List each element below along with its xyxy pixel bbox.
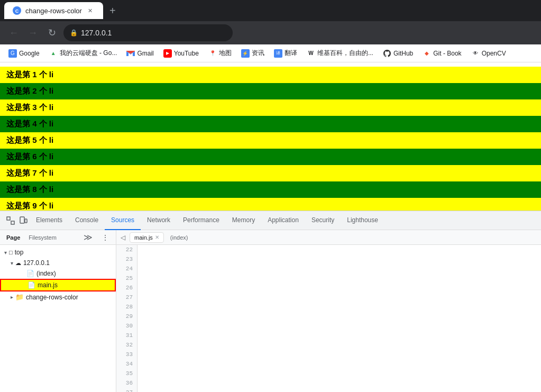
tab-security[interactable]: Security [305,211,341,230]
tab-sources[interactable]: Sources [105,211,141,230]
code-line [142,340,537,350]
devtools-panel: Elements Console Sources Network Perform… [0,211,541,392]
bookmark-gitbook[interactable]: ◆ Git - Book [418,47,465,60]
url-bar[interactable]: 🔒 127.0.0.1 [63,24,233,41]
bookmark-google[interactable]: G Google [4,47,44,60]
line-num: 35 [121,369,133,378]
tree-label-project: change-rows-color [26,294,78,301]
tab-lighthouse[interactable]: Lighthouse [341,211,384,230]
sidebar-more-button[interactable]: ≫ [84,232,93,242]
sources-sidebar: Page Filesystem ≫ ⋮ ▾ □ top ▾ ☁ 127.0.0.… [0,230,116,392]
svg-text:C: C [15,8,19,14]
code-content: n i[1]});\n// Module\n___CSS_LOADER_EXPO… [137,245,541,392]
list-item: 这是第 3 个 li [0,99,541,116]
url-text: 127.0.0.1 [81,29,112,37]
bookmark-gmail-label: Gmail [137,50,153,57]
bookmark-news[interactable]: ⚡ 资讯 [237,47,269,60]
tree-label-index: (index) [36,270,56,277]
tree-item-project[interactable]: ▸ 📁 change-rows-color [0,291,116,303]
new-tab-button[interactable]: + [105,3,120,19]
list-item: 这是第 4 个 li [0,116,541,132]
code-line [142,378,537,388]
bookmark-maps[interactable]: 📍 地图 [204,47,236,60]
nav-icon: ◁ [121,234,125,241]
bookmark-github[interactable]: GitHub [379,47,417,60]
back-button[interactable]: ← [6,25,21,40]
code-tab-index-label: (index) [170,234,188,241]
youtube-icon: ▶ [163,49,172,58]
translate-icon: 译 [274,49,282,58]
line-num: 28 [121,302,133,312]
bookmark-translate-label: 翻译 [285,49,297,58]
tab-application[interactable]: Application [261,211,305,230]
tree-item-server[interactable]: ▾ ☁ 127.0.0.1 [0,258,116,268]
tab-memory[interactable]: Memory [226,211,261,230]
file-icon: 📄 [26,270,34,277]
list-item: 这是第 9 个 li [0,198,541,211]
file-icon: 📄 [27,281,35,289]
code-tab-index[interactable]: (index) [166,233,192,242]
tab-elements[interactable]: Elements [30,211,69,230]
bookmark-wikipedia[interactable]: W 维基百科，自由的... [302,47,378,60]
refresh-button[interactable]: ↻ [44,25,59,40]
bookmark-google-label: Google [19,50,40,57]
code-line [142,293,537,302]
news-icon: ⚡ [241,49,250,58]
code-line [142,369,537,378]
forward-button[interactable]: → [25,25,40,40]
svg-rect-4 [20,217,24,223]
devtools-tab-bar: Elements Console Sources Network Perform… [0,211,541,230]
code-tab-mainjs[interactable]: main.js ✕ [130,232,164,243]
line-num: 23 [121,254,133,264]
address-bar: ← → ↻ 🔒 127.0.0.1 [0,21,541,44]
code-tab-label: main.js [134,234,153,241]
line-num: 37 [121,388,133,392]
tree-item-top[interactable]: ▾ □ top [0,247,116,258]
inspect-element-button[interactable] [4,214,17,227]
sidebar-tab-filesystem[interactable]: Filesystem [26,233,59,242]
bookmark-drive-label: 我的云端硬盘 - Go... [60,49,117,58]
code-editor-area: ◁ main.js ✕ (index) 22 23 24 25 26 27 28 [116,230,541,392]
bookmark-youtube-label: YouTube [174,50,199,57]
tab-console[interactable]: Console [69,211,105,230]
svg-rect-3 [11,221,14,224]
bookmark-drive[interactable]: ▲ 我的云端硬盘 - Go... [45,47,122,60]
active-tab[interactable]: C change-rows-color ✕ [4,2,103,19]
line-num: 25 [121,274,133,283]
line-num: 30 [121,321,133,331]
device-toolbar-button[interactable] [17,214,30,227]
line-num: 33 [121,350,133,359]
titlebar: C change-rows-color ✕ + [0,0,541,21]
code-line [142,359,537,369]
list-item: 这是第 6 个 li [0,149,541,165]
line-num: 34 [121,359,133,369]
tree-item-mainjs[interactable]: 📄 main.js [0,279,116,291]
sidebar-tab-page[interactable]: Page [4,233,22,242]
code-line [142,283,537,293]
sources-panel: Page Filesystem ≫ ⋮ ▾ □ top ▾ ☁ 127.0.0.… [0,230,541,392]
tab-network[interactable]: Network [141,211,177,230]
code-line [142,264,537,274]
gmail-icon [126,49,135,58]
code-tab-close[interactable]: ✕ [155,234,159,240]
sidebar-menu-button[interactable]: ⋮ [99,231,112,244]
tab-close-button[interactable]: ✕ [86,6,95,15]
code-line [142,312,537,321]
tab-title: change-rows-color [25,7,82,15]
bookmark-opencv[interactable]: 👁 OpenCV [467,47,510,60]
list-item: 这是第 7 个 li [0,165,541,181]
code-line [142,350,537,359]
folder-icon: □ [9,249,13,256]
bookmark-gmail[interactable]: Gmail [122,47,158,60]
tab-performance[interactable]: Performance [177,211,226,230]
tree-item-index[interactable]: 📄 (index) [0,268,116,279]
line-num: 32 [121,340,133,350]
bookmark-youtube[interactable]: ▶ YouTube [159,47,203,60]
expand-icon: ▸ [11,294,13,300]
code-line [142,321,537,331]
bookmark-translate[interactable]: 译 翻译 [270,47,301,60]
tab-bar: C change-rows-color ✕ + [4,2,120,19]
line-num: 24 [121,264,133,274]
code-tab-bar: ◁ main.js ✕ (index) [116,230,541,245]
line-num: 29 [121,312,133,321]
